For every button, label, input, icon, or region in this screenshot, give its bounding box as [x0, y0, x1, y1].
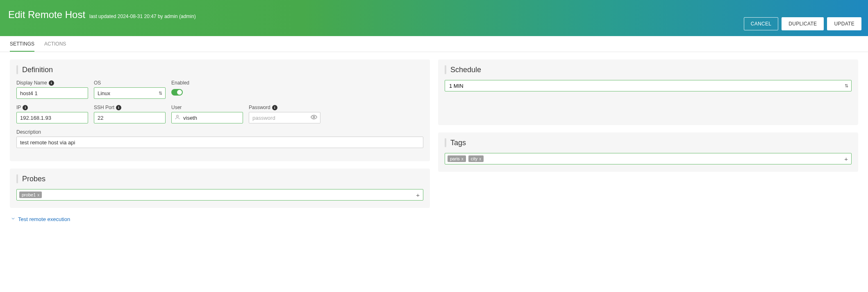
display-name-input[interactable] — [16, 87, 88, 99]
panel-accent — [445, 138, 446, 147]
schedule-panel: Schedule 1 MIN ⇅ — [438, 59, 858, 125]
password-label-text: Password — [249, 105, 270, 110]
add-probe-button[interactable]: + — [416, 192, 420, 198]
chevron-down-icon — [11, 216, 16, 222]
description-label: Description — [16, 129, 423, 135]
probes-title: Probes — [22, 175, 45, 183]
ip-label-text: IP — [16, 105, 21, 110]
user-label: User — [171, 105, 243, 110]
update-button[interactable]: UPDATE — [827, 17, 861, 30]
description-input[interactable] — [16, 137, 423, 148]
ip-label: IP i — [16, 105, 88, 110]
close-icon[interactable]: x — [37, 193, 39, 197]
person-icon — [175, 114, 180, 121]
display-name-label-text: Display Name — [16, 80, 47, 86]
duplicate-button[interactable]: DUPLICATE — [782, 17, 824, 30]
panel-accent — [16, 174, 18, 183]
test-remote-execution-label: Test remote execution — [18, 216, 70, 222]
ip-input[interactable] — [16, 112, 88, 123]
tags-title: Tags — [450, 139, 466, 147]
eye-icon[interactable] — [311, 114, 317, 122]
svg-point-0 — [177, 115, 179, 117]
tag-label: city — [471, 156, 478, 161]
info-icon[interactable]: i — [116, 105, 121, 110]
os-select[interactable]: Linux — [94, 87, 166, 99]
left-column: Definition Display Name i OS Linux — [10, 59, 430, 222]
probes-panel: Probes probe1 x + — [10, 169, 430, 208]
right-column: Schedule 1 MIN ⇅ Tags paris x ci — [438, 59, 858, 222]
display-name-label: Display Name i — [16, 80, 88, 86]
ssh-port-label: SSH Port i — [94, 105, 166, 110]
test-remote-execution-link[interactable]: Test remote execution — [11, 216, 70, 222]
info-icon[interactable]: i — [272, 105, 277, 110]
os-label: OS — [94, 80, 166, 86]
tag-chip: paris x — [448, 155, 466, 162]
tab-actions[interactable]: ACTIONS — [44, 41, 66, 52]
toggle-knob — [177, 90, 182, 95]
enabled-toggle[interactable] — [171, 89, 183, 96]
page-header: Edit Remote Host last updated 2024-08-31… — [0, 0, 868, 36]
info-icon[interactable]: i — [49, 80, 54, 86]
add-tag-button[interactable]: + — [844, 156, 848, 162]
panel-accent — [445, 65, 446, 74]
user-input[interactable] — [171, 112, 243, 123]
schedule-title: Schedule — [450, 66, 481, 74]
last-updated-by: admin (admin) — [164, 14, 196, 19]
last-updated-prefix: last updated — [89, 14, 116, 19]
definition-panel: Definition Display Name i OS Linux — [10, 59, 430, 161]
ssh-port-input[interactable] — [94, 112, 166, 123]
definition-title: Definition — [22, 66, 53, 74]
content: Definition Display Name i OS Linux — [0, 52, 868, 230]
password-label: Password i — [249, 105, 320, 110]
probe-tag: probe1 x — [19, 192, 42, 198]
tag-chip: city x — [468, 155, 484, 162]
close-icon[interactable]: x — [479, 157, 481, 161]
tab-bar: SETTINGS ACTIONS — [0, 36, 868, 52]
password-input[interactable] — [249, 112, 320, 123]
header-actions: CANCEL DUPLICATE UPDATE — [744, 17, 861, 30]
schedule-select[interactable]: 1 MIN — [445, 80, 852, 91]
tags-panel: Tags paris x city x + — [438, 132, 858, 172]
last-updated-timestamp: 2024-08-31 20:47 — [118, 14, 157, 19]
last-updated: last updated 2024-08-31 20:47 by admin (… — [89, 14, 196, 19]
ssh-port-label-text: SSH Port — [94, 105, 114, 110]
page-title: Edit Remote Host — [8, 9, 85, 21]
tags-tagbox[interactable]: paris x city x + — [445, 153, 852, 164]
tag-label: paris — [450, 156, 460, 161]
last-updated-by-prefix: by — [158, 14, 163, 19]
probes-tagbox[interactable]: probe1 x + — [16, 189, 423, 201]
info-icon[interactable]: i — [23, 105, 28, 110]
svg-point-1 — [313, 116, 315, 118]
cancel-button[interactable]: CANCEL — [744, 17, 778, 30]
panel-accent — [16, 65, 18, 74]
probe-tag-label: probe1 — [22, 192, 36, 197]
close-icon[interactable]: x — [461, 157, 464, 161]
enabled-label: Enabled — [171, 80, 189, 86]
tab-settings[interactable]: SETTINGS — [10, 41, 34, 52]
